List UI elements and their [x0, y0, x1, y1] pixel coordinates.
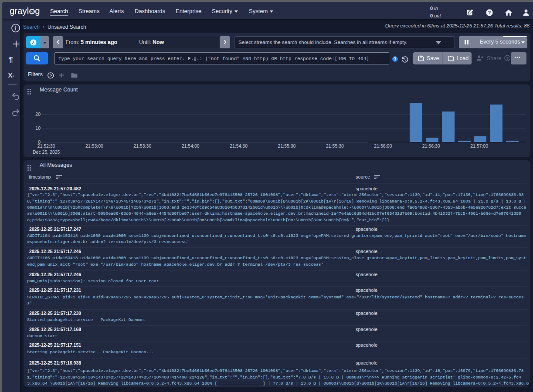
- svg-text:?: ?: [506, 56, 509, 61]
- svg-text:?: ?: [488, 10, 491, 15]
- svg-text:?: ?: [49, 74, 52, 78]
